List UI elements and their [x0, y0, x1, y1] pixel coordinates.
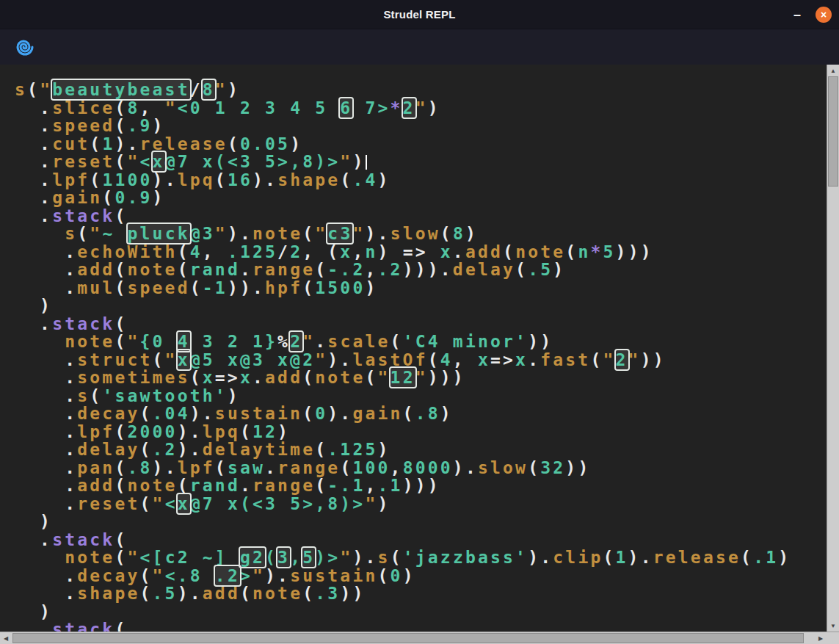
code-token: ). [228, 224, 253, 243]
code-token: => [215, 368, 240, 387]
code-line[interactable]: .stack( [15, 621, 827, 632]
code-line[interactable]: .lpf(2000).lpq(12) [15, 423, 827, 441]
vertical-scroll-thumb[interactable] [828, 76, 838, 187]
code-token: 'C4 minor' [403, 332, 528, 351]
code-token: ( [315, 440, 327, 459]
code-line[interactable]: .decay(.04).sustain(0).gain(.8) [15, 405, 827, 423]
code-token: .9 [127, 116, 152, 135]
code-token: ( [215, 170, 228, 189]
close-button[interactable]: × [816, 7, 832, 23]
code-token: ). [366, 224, 391, 243]
scroll-left-button[interactable]: ◀ [0, 632, 12, 644]
code-token: .4 [352, 170, 377, 189]
code-line[interactable]: .s('sawtooth') [15, 387, 827, 405]
minimize-button[interactable]: – [791, 8, 804, 21]
code-token: .04 [153, 404, 190, 423]
code-token: delaytime [203, 440, 315, 459]
code-token: ( [515, 260, 528, 279]
code-line[interactable]: .echoWith(4, .125/2, (x,n) => x.add(note… [15, 243, 827, 261]
code-token: " [315, 224, 327, 243]
code-token: .125 [327, 440, 377, 459]
code-editor[interactable]: s("beautybeast/8") .slice(8, "<0 1 2 3 4… [0, 65, 827, 632]
close-icon: × [821, 10, 827, 20]
code-line[interactable]: .decay("<.8 .2>").sustain(0) [15, 567, 827, 585]
code-token: . [15, 314, 52, 333]
code-token: ( [115, 260, 127, 279]
code-token: x [340, 242, 352, 261]
code-line[interactable]: .struct("x@5 x@3 x@2").lastOf(4, x=>x.fa… [15, 351, 827, 369]
code-line[interactable]: .slice(8, "<0 1 2 3 4 5 6 7>*2") [15, 99, 827, 117]
code-line[interactable]: .delay(.2).delaytime(.125) [15, 441, 827, 459]
code-token: {0 [140, 332, 178, 351]
code-token: hpf [265, 278, 302, 297]
code-token: " [340, 152, 352, 171]
code-token: stack [52, 620, 115, 632]
code-line[interactable]: s("~ pluck@3").note("c3").slow(8) [15, 225, 827, 243]
scroll-down-button[interactable]: ▼ [827, 620, 839, 632]
code-line[interactable]: s("beautybeast/8") [15, 81, 827, 99]
code-token: ( [27, 80, 40, 99]
code-token: cut [52, 134, 90, 153]
code-token: gain [52, 188, 102, 207]
scroll-up-button[interactable]: ▲ [827, 65, 839, 76]
code-line[interactable]: .lpf(1100).lpq(16).shape(.4) [15, 171, 827, 189]
code-token: lpq [203, 422, 240, 441]
text-cursor [366, 155, 367, 170]
code-line[interactable]: .stack( [15, 315, 827, 333]
code-token: x [515, 350, 528, 369]
code-line[interactable]: note("<[c2 ~] g2(3,5)>").s('jazzbass').c… [15, 549, 827, 567]
vertical-scrollbar[interactable]: ▲ ▼ [827, 65, 839, 632]
code-line[interactable]: .cut(1).release(0.05) [15, 135, 827, 153]
code-token: ( [115, 206, 127, 225]
code-line[interactable]: ) [15, 603, 827, 621]
code-line[interactable]: note("{0 4 3 2 1}%2".scale('C4 minor')) [15, 333, 827, 351]
horizontal-scroll-thumb[interactable] [12, 633, 804, 643]
code-line[interactable]: .stack( [15, 531, 827, 549]
code-token: . [265, 458, 277, 477]
code-token: .2 [153, 440, 178, 459]
code-token: . [528, 350, 540, 369]
code-line[interactable]: .gain(0.9) [15, 189, 827, 207]
code-token: ( [428, 350, 440, 369]
code-token: x [478, 350, 490, 369]
code-token: @5 x@3 x@2 [190, 350, 315, 369]
strudel-logo-icon[interactable] [15, 37, 35, 57]
scroll-right-button[interactable]: ▶ [815, 632, 827, 644]
code-line[interactable]: .add(note(rand.range(-.1,.1))) [15, 477, 827, 495]
code-line[interactable]: .shape(.5).add(note(.3)) [15, 585, 827, 603]
code-token: " [40, 80, 52, 99]
code-line[interactable]: .mul(speed(-1)).hpf(1500) [15, 279, 827, 297]
code-token: )> [315, 548, 340, 567]
code-line[interactable]: .pan(.8).lpf(saw.range(100,8000).slow(32… [15, 459, 827, 477]
code-line[interactable]: .reset("<x@7 x(<3 5>,8)>") [15, 153, 827, 171]
code-line[interactable]: ) [15, 297, 827, 315]
code-token: ( [302, 404, 315, 423]
code-token: ( [302, 584, 315, 603]
code-line[interactable]: .speed(.9) [15, 117, 827, 135]
code-line[interactable]: ) [15, 513, 827, 531]
code-token: , [365, 476, 377, 495]
code-token: ( [178, 260, 190, 279]
code-token: echoWith [77, 242, 177, 261]
horizontal-scroll-track[interactable] [12, 632, 815, 644]
code-token: 'sawtooth' [102, 386, 227, 405]
code-token: ))) [428, 368, 465, 387]
code-token: " [603, 350, 615, 369]
code-token: ( [140, 566, 153, 585]
code-token: ( [115, 476, 127, 495]
code-token: ))). [403, 260, 453, 279]
vertical-scroll-track[interactable] [827, 76, 839, 620]
code-token: range [277, 458, 340, 477]
code-token: ). [153, 458, 178, 477]
titlebar[interactable]: Strudel REPL – × [0, 0, 839, 29]
code-token: @7 x(<3 5>,8)> [165, 152, 341, 171]
code-token: .1 [753, 548, 778, 567]
code-token: <0 1 2 3 4 5 [178, 98, 341, 117]
code-token: ). [115, 134, 139, 153]
horizontal-scrollbar[interactable]: ◀ ▶ [0, 632, 839, 644]
code-line[interactable]: .sometimes(x=>x.add(note("12"))) [15, 369, 827, 387]
code-line[interactable]: .add(note(rand.range(-.2,.2))).delay(.5) [15, 261, 827, 279]
active-event-highlight: x [178, 350, 190, 369]
code-line[interactable]: .stack( [15, 207, 827, 225]
code-line[interactable]: .reset("<x@7 x(<3 5>,8)>") [15, 495, 827, 513]
